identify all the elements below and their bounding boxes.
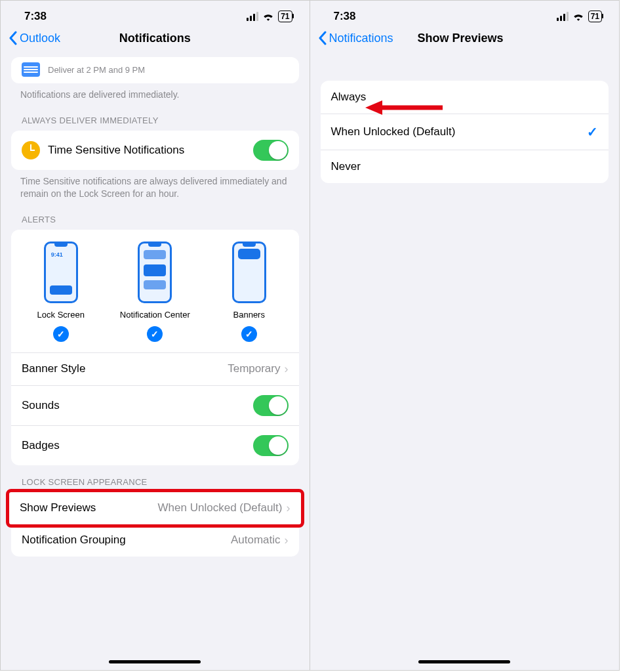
option-when-unlocked[interactable]: When Unlocked (Default) ✓ (321, 114, 609, 150)
time-sensitive-toggle[interactable] (253, 140, 289, 161)
check-icon: ✓ (241, 326, 257, 342)
grouping-value: Automatic (231, 534, 281, 547)
section-always-deliver: ALWAYS DELIVER IMMEDIATELY (1, 104, 310, 131)
nav-bar: Notifications Show Previews (310, 27, 620, 54)
show-previews-value: When Unlocked (Default) (158, 501, 283, 514)
alert-banners-label: Banners (233, 310, 265, 320)
scheduled-summary-row[interactable]: Deliver at 2 PM and 9 PM (11, 57, 299, 83)
nav-bar: Outlook Notifications (1, 27, 310, 54)
badges-label: Badges (22, 439, 60, 452)
badges-row[interactable]: Badges (11, 425, 299, 465)
alert-center-label: Notification Center (120, 310, 190, 320)
cellular-icon (557, 12, 569, 21)
option-never-label: Never (331, 160, 361, 173)
section-alerts: ALERTS (1, 203, 310, 230)
page-title: Notifications (1, 32, 310, 45)
show-previews-label: Show Previews (20, 501, 96, 514)
summary-note: Notifications are delivered immediately. (1, 83, 310, 104)
clock-icon (22, 141, 40, 159)
status-bar: 7:38 71 (1, 1, 310, 27)
chevron-right-icon: › (285, 534, 289, 547)
option-never[interactable]: Never (321, 150, 609, 183)
option-always-label: Always (331, 91, 367, 104)
annotation-highlight: Show Previews When Unlocked (Default)› (9, 492, 301, 524)
time-sensitive-note: Time Sensitive notifications are always … (1, 170, 310, 203)
page-title: Show Previews (310, 32, 620, 45)
banner-style-row[interactable]: Banner Style Temporary› (11, 352, 299, 385)
wifi-icon (572, 12, 584, 21)
badges-toggle[interactable] (253, 435, 289, 456)
time-sensitive-label: Time Sensitive Notifications (48, 144, 184, 157)
alert-banners[interactable]: Banners ✓ (210, 242, 289, 342)
notification-grouping-row[interactable]: Notification Grouping Automatic› (11, 524, 299, 556)
check-icon: ✓ (53, 326, 69, 342)
battery-icon: 71 (278, 10, 292, 22)
svg-marker-1 (365, 100, 382, 115)
summary-subtitle: Deliver at 2 PM and 9 PM (48, 65, 145, 75)
alert-lock-label: Lock Screen (37, 310, 85, 320)
status-bar: 7:38 71 (310, 1, 620, 27)
show-previews-row[interactable]: Show Previews When Unlocked (Default)› (9, 492, 301, 524)
grouping-label: Notification Grouping (22, 534, 126, 547)
status-time: 7:38 (334, 10, 356, 23)
notification-center-icon (138, 242, 172, 303)
summary-icon (22, 62, 40, 77)
battery-icon: 71 (588, 10, 602, 22)
cellular-icon (247, 12, 258, 21)
status-time: 7:38 (24, 10, 47, 23)
sounds-label: Sounds (22, 399, 60, 412)
time-sensitive-row[interactable]: Time Sensitive Notifications (11, 131, 299, 170)
annotation-arrow-icon (365, 98, 444, 117)
check-icon: ✓ (147, 326, 163, 342)
home-indicator[interactable] (109, 660, 201, 663)
section-lock-appearance: LOCK SCREEN APPEARANCE (1, 465, 310, 492)
banners-icon (232, 242, 266, 303)
checkmark-icon: ✓ (587, 124, 598, 140)
option-always[interactable]: Always (321, 81, 609, 114)
wifi-icon (262, 12, 274, 21)
sounds-toggle[interactable] (253, 395, 289, 416)
banner-style-value: Temporary (228, 362, 280, 375)
lock-screen-icon: 9:41 (44, 242, 78, 303)
sounds-row[interactable]: Sounds (11, 385, 299, 425)
alert-notification-center[interactable]: Notification Center ✓ (115, 242, 194, 342)
home-indicator[interactable] (418, 660, 510, 663)
alert-lock-screen[interactable]: 9:41 Lock Screen ✓ (22, 242, 100, 342)
chevron-right-icon: › (287, 501, 290, 515)
banner-style-label: Banner Style (22, 362, 85, 375)
chevron-right-icon: › (285, 362, 289, 376)
option-when-unlocked-label: When Unlocked (Default) (331, 125, 456, 138)
